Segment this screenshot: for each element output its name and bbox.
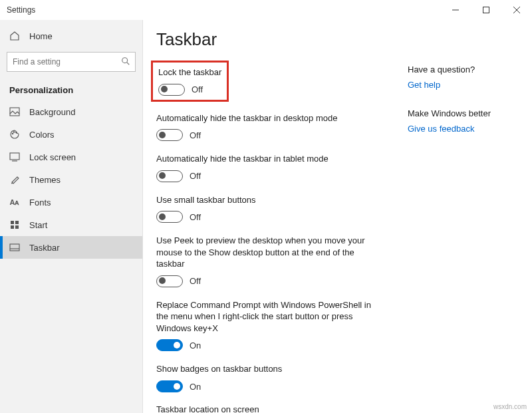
setting-autohide-desktop: Automatically hide the taskbar in deskto…: [156, 112, 376, 142]
svg-point-4: [122, 58, 128, 63]
svg-rect-15: [15, 225, 19, 229]
toggle-badges[interactable]: [156, 380, 183, 392]
main: Home Personalization Background Colors L…: [0, 20, 532, 413]
sidebar-item-colors[interactable]: Colors: [0, 123, 142, 146]
sidebar-item-background[interactable]: Background: [0, 100, 142, 123]
setting-label: Lock the taskbar: [158, 67, 221, 78]
question-heading: Have a question?: [408, 65, 507, 74]
sidebar-item-lock-screen[interactable]: Lock screen: [0, 146, 142, 168]
setting-lock-taskbar: Lock the taskbar Off: [158, 67, 221, 96]
sidebar-item-start[interactable]: Start: [0, 213, 142, 236]
feedback-block: Make Windows better Give us feedback: [408, 108, 507, 134]
start-icon: [9, 219, 20, 230]
svg-point-8: [13, 132, 15, 133]
sidebar-item-fonts[interactable]: Aᴀ Fonts: [0, 191, 142, 213]
svg-rect-16: [10, 244, 19, 251]
fonts-icon: Aᴀ: [9, 197, 20, 207]
minimize-button[interactable]: [440, 0, 471, 20]
colors-icon: [9, 129, 20, 140]
setting-badges: Show badges on taskbar buttons On: [156, 363, 376, 392]
setting-label: Automatically hide the taskbar in deskto…: [156, 112, 376, 124]
svg-point-7: [12, 133, 13, 134]
titlebar: Settings: [0, 0, 532, 20]
toggle-lock-taskbar[interactable]: [158, 84, 185, 96]
content-inner: Lock the taskbar Off Automatically hide …: [156, 65, 532, 413]
toggle-autohide-tablet[interactable]: [156, 170, 183, 182]
watermark: wsxdn.com: [493, 403, 527, 410]
sidebar-item-label: Themes: [29, 175, 61, 185]
toggle-row: Off: [158, 84, 221, 96]
feedback-heading: Make Windows better: [408, 108, 507, 118]
window-title: Settings: [7, 5, 440, 15]
sidebar-item-label: Lock screen: [29, 152, 76, 162]
home-icon: [9, 31, 20, 41]
sidebar-item-label: Background: [29, 107, 75, 117]
sidebar-item-label: Taskbar: [29, 243, 60, 253]
toggle-state: Off: [190, 171, 201, 181]
taskbar-icon: [9, 242, 20, 253]
svg-line-5: [127, 63, 130, 65]
setting-label: Use Peek to preview the desktop when you…: [156, 235, 376, 270]
svg-rect-14: [11, 225, 14, 229]
sidebar-item-label: Start: [29, 220, 47, 230]
toggle-peek[interactable]: [156, 275, 183, 287]
settings-column: Lock the taskbar Off Automatically hide …: [156, 65, 376, 413]
feedback-link[interactable]: Give us feedback: [408, 124, 507, 134]
page-title: Taskbar: [156, 29, 532, 50]
svg-rect-13: [15, 221, 19, 224]
sidebar-item-themes[interactable]: Themes: [0, 168, 142, 191]
themes-icon: [9, 174, 20, 185]
setting-autohide-tablet: Automatically hide the taskbar in tablet…: [156, 153, 376, 182]
maximize-button[interactable]: [471, 0, 501, 20]
toggle-state: Off: [192, 84, 203, 94]
setting-peek: Use Peek to preview the desktop when you…: [156, 235, 376, 287]
toggle-state: On: [190, 341, 201, 350]
setting-label: Replace Command Prompt with Windows Powe…: [156, 299, 376, 335]
home-button[interactable]: Home: [0, 25, 142, 47]
toggle-state: Off: [190, 130, 201, 140]
question-block: Have a question? Get help: [408, 65, 507, 90]
svg-rect-12: [11, 221, 14, 224]
background-icon: [9, 106, 20, 117]
setting-small-buttons: Use small taskbar buttons Off: [156, 194, 376, 223]
dropdown-location: Taskbar location on screen Bottom: [156, 404, 376, 413]
window-controls: [440, 0, 532, 20]
toggle-powershell[interactable]: [156, 339, 183, 351]
search-input[interactable]: [7, 52, 136, 72]
svg-rect-6: [10, 108, 19, 116]
svg-rect-1: [483, 7, 489, 13]
sidebar: Home Personalization Background Colors L…: [0, 20, 143, 413]
close-button[interactable]: [501, 0, 532, 20]
home-label: Home: [29, 31, 53, 41]
svg-rect-10: [10, 153, 19, 160]
lock-screen-icon: [9, 152, 20, 162]
toggle-autohide-desktop[interactable]: [156, 129, 183, 141]
search-wrap: [7, 52, 136, 72]
sidebar-item-label: Fonts: [29, 198, 51, 207]
toggle-state: Off: [190, 212, 201, 222]
setting-label: Use small taskbar buttons: [156, 194, 376, 206]
toggle-state: On: [190, 382, 201, 392]
highlight-box: Lock the taskbar Off: [151, 61, 229, 102]
setting-powershell: Replace Command Prompt with Windows Powe…: [156, 299, 376, 352]
svg-point-9: [16, 132, 17, 133]
setting-label: Show badges on taskbar buttons: [156, 363, 376, 375]
toggle-small-buttons[interactable]: [156, 211, 183, 223]
dropdown-label: Taskbar location on screen: [156, 404, 376, 413]
get-help-link[interactable]: Get help: [408, 80, 507, 90]
toggle-state: Off: [190, 276, 201, 286]
content: Taskbar Lock the taskbar Off Automatical…: [143, 20, 532, 413]
sidebar-item-label: Colors: [29, 130, 55, 140]
sidebar-item-taskbar[interactable]: Taskbar: [0, 236, 142, 259]
right-column: Have a question? Get help Make Windows b…: [408, 65, 507, 413]
search-icon: [121, 57, 130, 66]
setting-label: Automatically hide the taskbar in tablet…: [156, 153, 376, 165]
nav-category: Personalization: [0, 77, 142, 100]
